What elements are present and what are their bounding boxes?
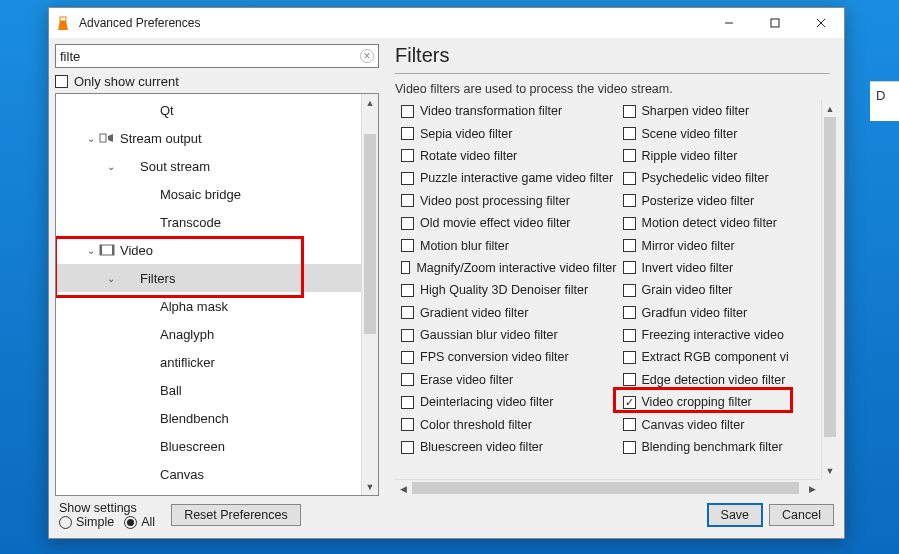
filter-checkbox[interactable]: Gradfun video filter [617, 302, 839, 324]
filter-checkbox[interactable]: Puzzle interactive game video filter [395, 167, 617, 189]
tree-item[interactable]: Bluescreen [56, 432, 378, 460]
filter-checkbox[interactable]: Grain video filter [617, 279, 839, 301]
checkbox-icon [401, 284, 414, 297]
filter-checkbox[interactable]: Video post processing filter [395, 190, 617, 212]
filter-checkbox[interactable]: Sharpen video filter [617, 100, 839, 122]
filter-checkbox[interactable]: Sepia video filter [395, 122, 617, 144]
checkbox-icon [623, 172, 636, 185]
filter-checkbox[interactable]: Motion blur filter [395, 234, 617, 256]
checkbox-icon [623, 351, 636, 364]
filter-list: Video transformation filterSepia video f… [395, 100, 838, 496]
tree-item[interactable]: Blendbench [56, 404, 378, 432]
tree-item[interactable]: ⌄Sout stream [56, 152, 378, 180]
checkbox-icon [623, 418, 636, 431]
filter-checkbox[interactable]: Blending benchmark filter [617, 436, 839, 458]
footer: Show settings Simple All Reset Preferenc… [49, 496, 844, 538]
search-input[interactable]: filte × [55, 44, 379, 68]
radio-all[interactable] [124, 516, 137, 529]
reset-preferences-button[interactable]: Reset Preferences [171, 504, 301, 526]
checkbox-icon [623, 329, 636, 342]
filter-label: Edge detection video filter [642, 373, 786, 387]
chevron-down-icon: ⌄ [104, 161, 118, 172]
filters-vscrollbar[interactable]: ▲ ▼ [821, 100, 838, 479]
scroll-thumb[interactable] [824, 117, 836, 437]
scroll-down-icon[interactable]: ▼ [362, 478, 378, 495]
tree-item[interactable]: Anaglyph [56, 320, 378, 348]
minimize-button[interactable] [706, 8, 752, 38]
filter-checkbox[interactable]: Mirror video filter [617, 234, 839, 256]
save-button[interactable]: Save [707, 503, 764, 527]
tree-category-icon [138, 382, 156, 398]
scroll-left-icon[interactable]: ◀ [395, 480, 412, 497]
tree-item[interactable]: Qt [56, 96, 378, 124]
filter-label: FPS conversion video filter [420, 350, 569, 364]
clear-search-icon[interactable]: × [360, 49, 374, 63]
checkbox-icon [623, 373, 636, 386]
filter-checkbox[interactable]: Gradient video filter [395, 302, 617, 324]
filter-checkbox[interactable]: Extract RGB component vi [617, 346, 839, 368]
filter-checkbox[interactable]: Edge detection video filter [617, 369, 839, 391]
background-window-fragment: D [870, 81, 899, 121]
filter-checkbox[interactable]: Freezing interactive video [617, 324, 839, 346]
tree-item[interactable]: Canvas [56, 460, 378, 488]
panel-title: Filters [395, 44, 830, 74]
tree-item[interactable]: ⌄Filters [56, 264, 378, 292]
tree-item[interactable]: Alpha mask [56, 292, 378, 320]
filter-label: Gaussian blur video filter [420, 328, 558, 342]
filter-checkbox[interactable]: Deinterlacing video filter [395, 391, 617, 413]
tree-item[interactable]: ⌄Stream output [56, 124, 378, 152]
maximize-button[interactable] [752, 8, 798, 38]
scroll-down-icon[interactable]: ▼ [822, 462, 838, 479]
filter-checkbox[interactable]: Motion detect video filter [617, 212, 839, 234]
filter-checkbox[interactable]: High Quality 3D Denoiser filter [395, 279, 617, 301]
search-value: filte [60, 49, 360, 64]
filter-checkbox[interactable]: ✓Video cropping filter [617, 391, 839, 413]
checkbox-icon [623, 194, 636, 207]
filter-checkbox[interactable]: FPS conversion video filter [395, 346, 617, 368]
filter-checkbox[interactable]: Bluescreen video filter [395, 436, 617, 458]
filter-checkbox[interactable]: Gaussian blur video filter [395, 324, 617, 346]
svg-marker-0 [58, 21, 68, 30]
tree-item[interactable]: Ball [56, 376, 378, 404]
svg-rect-1 [60, 17, 66, 21]
filter-checkbox[interactable]: Canvas video filter [617, 413, 839, 435]
filter-checkbox[interactable]: Erase video filter [395, 369, 617, 391]
svg-rect-7 [100, 245, 114, 255]
checkbox-icon [401, 441, 414, 454]
tree-item-label: Sout stream [140, 159, 210, 174]
filter-checkbox[interactable]: Rotate video filter [395, 145, 617, 167]
scroll-right-icon[interactable]: ▶ [804, 480, 821, 497]
checkbox-icon [401, 329, 414, 342]
filter-checkbox[interactable]: Video transformation filter [395, 100, 617, 122]
filter-checkbox[interactable]: Color threshold filter [395, 413, 617, 435]
tree-item[interactable]: antiflicker [56, 348, 378, 376]
tree-scrollbar[interactable]: ▲ ▼ [361, 94, 378, 495]
filter-checkbox[interactable]: Magnify/Zoom interactive video filter [395, 257, 617, 279]
scroll-thumb[interactable] [364, 134, 376, 334]
checkbox-icon [401, 149, 414, 162]
filter-checkbox[interactable]: Ripple video filter [617, 145, 839, 167]
close-button[interactable] [798, 8, 844, 38]
filter-label: Video post processing filter [420, 194, 570, 208]
only-show-current-checkbox[interactable]: Only show current [55, 74, 379, 89]
filter-checkbox[interactable]: Invert video filter [617, 257, 839, 279]
radio-simple[interactable] [59, 516, 72, 529]
scroll-up-icon[interactable]: ▲ [822, 100, 838, 117]
filter-label: Bluescreen video filter [420, 440, 543, 454]
tree-category-icon [138, 326, 156, 342]
cancel-button[interactable]: Cancel [769, 504, 834, 526]
filter-checkbox[interactable]: Old movie effect video filter [395, 212, 617, 234]
tree-item[interactable]: Mosaic bridge [56, 180, 378, 208]
filter-checkbox[interactable]: Posterize video filter [617, 190, 839, 212]
tree-item[interactable]: ⌄Video [56, 236, 378, 264]
filter-checkbox[interactable]: Scene video filter [617, 122, 839, 144]
scroll-thumb[interactable] [412, 482, 799, 494]
checkbox-icon [401, 172, 414, 185]
checkbox-icon [401, 217, 414, 230]
scroll-up-icon[interactable]: ▲ [362, 94, 378, 111]
filters-hscrollbar[interactable]: ◀ ▶ [395, 479, 821, 496]
filter-label: Motion blur filter [420, 239, 509, 253]
tree-item[interactable]: Transcode [56, 208, 378, 236]
filter-checkbox[interactable]: Psychedelic video filter [617, 167, 839, 189]
filter-label: Extract RGB component vi [642, 350, 789, 364]
